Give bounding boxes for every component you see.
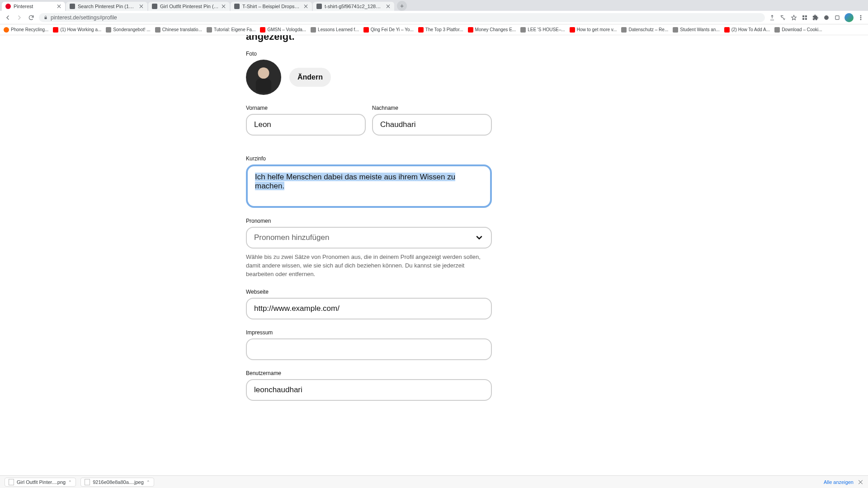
extension-icon[interactable] [812, 14, 819, 21]
close-icon[interactable] [304, 4, 308, 9]
bookmark-item[interactable]: Tutorial: Eigene Fa... [207, 27, 255, 33]
bookmark-item[interactable]: Datenschutz – Re... [621, 27, 668, 33]
url-bar[interactable]: pinterest.de/settings#profile [39, 13, 765, 22]
favicon-icon [621, 27, 627, 33]
svg-point-8 [860, 17, 861, 18]
reload-button[interactable] [27, 14, 35, 22]
svg-rect-4 [805, 18, 807, 20]
youtube-icon [260, 27, 265, 33]
tab-tshirt[interactable]: T-Shirt – Beispiel Dropshippin [231, 2, 312, 11]
extension2-icon[interactable] [823, 14, 830, 21]
tab-pinterest[interactable]: Pinterest [2, 2, 65, 11]
url-text: pinterest.de/settings#profile [51, 14, 117, 21]
tab-title: Search Pinterest Pin (1000 × [78, 4, 137, 9]
bookmark-item[interactable]: How to get more v... [570, 27, 617, 33]
youtube-icon [418, 27, 424, 33]
favicon-icon [234, 4, 240, 9]
favicon-icon [311, 27, 316, 33]
tab-title: T-Shirt – Beispiel Dropshippin [242, 4, 301, 9]
puzzle-icon[interactable] [834, 14, 841, 21]
bookmark-item[interactable]: (1) How Working a... [53, 27, 101, 33]
star-icon[interactable] [790, 14, 797, 21]
tab-tshirt-image[interactable]: t-shirt-g5f96741c2_1280.jpg [313, 2, 394, 11]
close-icon[interactable] [57, 4, 61, 9]
new-tab-button[interactable]: + [397, 1, 407, 11]
bookmarks-bar: Phone Recycling... (1) How Working a... … [0, 24, 868, 35]
favicon-icon [316, 4, 322, 9]
svg-rect-0 [45, 17, 47, 19]
bookmark-item[interactable]: GMSN – Vologda... [260, 27, 306, 33]
tab-title: Pinterest [14, 4, 54, 9]
svg-rect-2 [805, 15, 807, 17]
bookmark-item[interactable]: Sonderangebot! ... [106, 27, 150, 33]
favicon-icon [152, 4, 157, 9]
bookmark-item[interactable]: Phone Recycling... [4, 27, 48, 33]
bookmark-item[interactable]: Download – Cooki... [774, 27, 822, 33]
close-icon[interactable] [139, 4, 144, 9]
bookmark-item[interactable]: Money Changes E... [468, 27, 516, 33]
browser-chrome: Pinterest Search Pinterest Pin (1000 × G… [0, 0, 868, 35]
favicon-icon [106, 27, 111, 33]
tab-girl-outfit[interactable]: Girl Outfit Pinterest Pin (1000 [148, 2, 230, 11]
profile-avatar-button[interactable] [844, 13, 854, 22]
svg-rect-6 [835, 15, 839, 19]
bookmark-item[interactable]: The Top 3 Platfor... [418, 27, 463, 33]
tab-title: Girl Outfit Pinterest Pin (1000 [160, 4, 219, 9]
close-icon[interactable] [222, 4, 226, 9]
browser-toolbar: pinterest.de/settings#profile [0, 11, 868, 24]
favicon-icon [70, 4, 75, 9]
favicon-icon [774, 27, 780, 33]
tab-search-pinterest-pin[interactable]: Search Pinterest Pin (1000 × [66, 2, 147, 11]
pinterest-icon [5, 4, 11, 9]
bookmark-item[interactable]: LEE 'S HOUSE–... [520, 27, 565, 33]
lock-icon [43, 15, 48, 20]
bookmark-item[interactable]: Chinese translatio... [155, 27, 202, 33]
favicon-icon [673, 27, 678, 33]
close-icon[interactable] [386, 4, 391, 9]
svg-rect-3 [802, 18, 804, 20]
youtube-icon [468, 27, 473, 33]
svg-point-7 [860, 15, 861, 16]
favicon-icon [207, 27, 212, 33]
favicon-icon [4, 27, 9, 33]
bookmark-item[interactable]: Qing Fei De Yi – Yo... [363, 27, 414, 33]
favicon-icon [155, 27, 160, 33]
forward-button[interactable] [15, 14, 24, 22]
bookmark-item[interactable]: Student Wants an... [673, 27, 719, 33]
bookmark-item[interactable]: Lessons Learned f... [311, 27, 359, 33]
bookmark-item[interactable]: (2) How To Add A... [724, 27, 770, 33]
svg-point-9 [860, 19, 861, 19]
youtube-icon [363, 27, 369, 33]
translate-icon[interactable] [779, 14, 787, 21]
svg-rect-1 [802, 15, 804, 17]
share-icon[interactable] [769, 14, 776, 21]
grid-icon[interactable] [801, 14, 808, 21]
youtube-icon [724, 27, 730, 33]
tab-title: t-shirt-g5f96741c2_1280.jpg [325, 4, 383, 9]
favicon-icon [520, 27, 526, 33]
svg-point-5 [824, 15, 828, 19]
menu-icon[interactable] [857, 14, 864, 21]
back-button[interactable] [4, 14, 12, 22]
youtube-icon [570, 27, 575, 33]
youtube-icon [53, 27, 58, 33]
tab-strip: Pinterest Search Pinterest Pin (1000 × G… [0, 0, 868, 11]
